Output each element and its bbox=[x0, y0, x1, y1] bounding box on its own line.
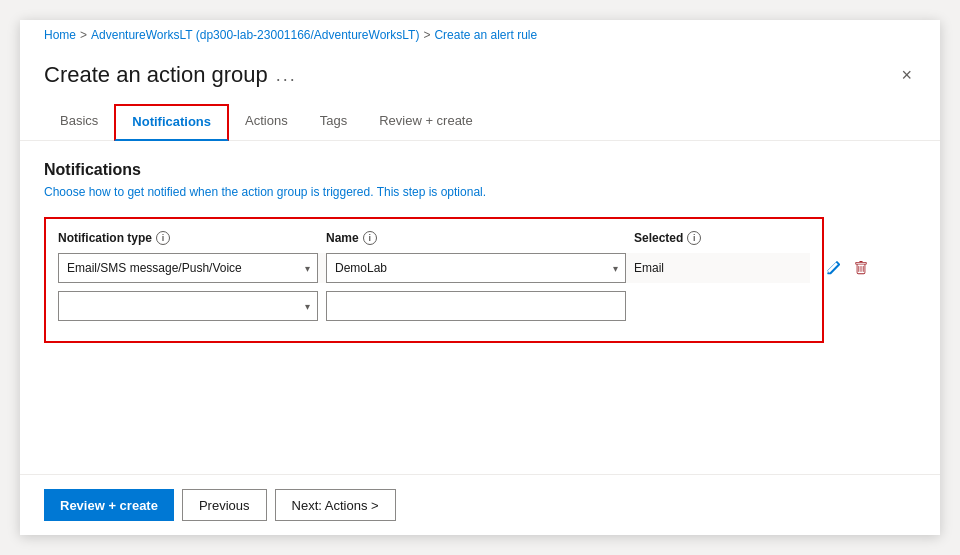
name-info-icon[interactable]: i bbox=[363, 231, 377, 245]
review-create-button[interactable]: Review + create bbox=[44, 489, 174, 521]
empty-notification-type-select[interactable] bbox=[58, 291, 318, 321]
previous-button[interactable]: Previous bbox=[182, 489, 267, 521]
col-notification-type: Notification type i bbox=[58, 231, 318, 245]
modal-container: Home > AdventureWorksLT (dp300-lab-23001… bbox=[20, 20, 940, 535]
modal-header: Create an action group ... × bbox=[20, 42, 940, 88]
content-area: Notifications Choose how to get notified… bbox=[20, 141, 940, 363]
breadcrumb-db[interactable]: AdventureWorksLT (dp300-lab-23001166/Adv… bbox=[91, 28, 419, 42]
table-header-row: Notification type i Name i Selected i bbox=[58, 231, 810, 245]
notification-type-info-icon[interactable]: i bbox=[156, 231, 170, 245]
tabs-container: Basics Notifications Actions Tags Review… bbox=[20, 88, 940, 141]
col-name: Name i bbox=[326, 231, 626, 245]
breadcrumb-home[interactable]: Home bbox=[44, 28, 76, 42]
table-row: Email/SMS message/Push/Voice ▾ DemoLab ▾… bbox=[58, 253, 810, 283]
tab-notifications[interactable]: Notifications bbox=[114, 104, 229, 141]
empty-table-row: ▾ bbox=[58, 291, 810, 321]
modal-title-row: Create an action group ... bbox=[44, 62, 297, 88]
name-select[interactable]: DemoLab bbox=[326, 253, 626, 283]
modal-title: Create an action group bbox=[44, 62, 268, 88]
tab-review-create[interactable]: Review + create bbox=[363, 105, 489, 140]
tab-actions[interactable]: Actions bbox=[229, 105, 304, 140]
selected-info-icon[interactable]: i bbox=[687, 231, 701, 245]
breadcrumb-alert[interactable]: Create an alert rule bbox=[434, 28, 537, 42]
empty-name-input[interactable] bbox=[326, 291, 626, 321]
close-button[interactable]: × bbox=[897, 62, 916, 88]
empty-notification-type-wrapper: ▾ bbox=[58, 291, 318, 321]
breadcrumb: Home > AdventureWorksLT (dp300-lab-23001… bbox=[20, 20, 940, 42]
selected-value: Email bbox=[634, 256, 814, 280]
col-selected: Selected i bbox=[634, 231, 814, 245]
row-actions bbox=[822, 259, 872, 277]
notification-type-select[interactable]: Email/SMS message/Push/Voice bbox=[58, 253, 318, 283]
tab-basics[interactable]: Basics bbox=[44, 105, 114, 140]
tab-tags[interactable]: Tags bbox=[304, 105, 363, 140]
name-select-wrapper: DemoLab ▾ bbox=[326, 253, 626, 283]
modal-ellipsis-menu[interactable]: ... bbox=[276, 65, 297, 86]
notifications-table: Notification type i Name i Selected i Em… bbox=[44, 217, 824, 343]
edit-row-button[interactable] bbox=[822, 259, 844, 277]
modal-footer: Review + create Previous Next: Actions > bbox=[20, 474, 940, 535]
delete-row-button[interactable] bbox=[850, 259, 872, 277]
section-title: Notifications bbox=[44, 161, 916, 179]
next-button[interactable]: Next: Actions > bbox=[275, 489, 396, 521]
notification-type-select-wrapper: Email/SMS message/Push/Voice ▾ bbox=[58, 253, 318, 283]
section-hint: Choose how to get notified when the acti… bbox=[44, 185, 916, 199]
